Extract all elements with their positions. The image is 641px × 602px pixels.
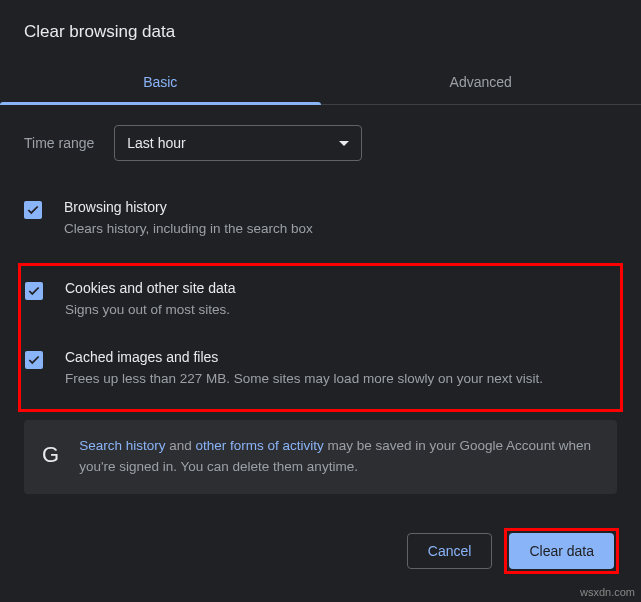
option-desc: Frees up less than 227 MB. Some sites ma… xyxy=(65,369,616,389)
dialog-title: Clear browsing data xyxy=(0,0,641,60)
time-range-value: Last hour xyxy=(127,135,185,151)
dialog-buttons: Cancel Clear data xyxy=(407,528,619,574)
checkbox-browsing-history[interactable] xyxy=(24,201,42,219)
time-range-label: Time range xyxy=(24,135,94,151)
option-text: Cached images and files Frees up less th… xyxy=(65,349,616,389)
option-title: Cookies and other site data xyxy=(65,280,616,296)
tab-basic[interactable]: Basic xyxy=(0,60,321,104)
option-desc: Signs you out of most sites. xyxy=(65,300,616,320)
info-text-part: and xyxy=(165,438,195,453)
checkbox-cache[interactable] xyxy=(25,351,43,369)
option-text: Browsing history Clears history, includi… xyxy=(64,199,617,239)
tab-advanced[interactable]: Advanced xyxy=(321,60,642,104)
annotation-highlight-primary: Clear data xyxy=(504,528,619,574)
tabs: Basic Advanced xyxy=(0,60,641,105)
chevron-down-icon xyxy=(339,141,349,146)
annotation-highlight-box: Cookies and other site data Signs you ou… xyxy=(18,263,623,412)
cancel-button[interactable]: Cancel xyxy=(407,533,493,569)
option-title: Cached images and files xyxy=(65,349,616,365)
checkbox-cookies[interactable] xyxy=(25,282,43,300)
option-cache: Cached images and files Frees up less th… xyxy=(25,339,616,407)
option-desc: Clears history, including in the search … xyxy=(64,219,617,239)
clear-data-button[interactable]: Clear data xyxy=(509,533,614,569)
option-title: Browsing history xyxy=(64,199,617,215)
watermark: wsxdn.com xyxy=(580,586,635,598)
option-text: Cookies and other site data Signs you ou… xyxy=(65,280,616,320)
check-icon xyxy=(27,353,41,367)
option-cookies: Cookies and other site data Signs you ou… xyxy=(25,270,616,338)
link-search-history[interactable]: Search history xyxy=(79,438,165,453)
info-banner: G Search history and other forms of acti… xyxy=(24,420,617,494)
dialog-content: Time range Last hour Browsing history Cl… xyxy=(0,105,641,494)
info-text: Search history and other forms of activi… xyxy=(79,436,599,478)
check-icon xyxy=(26,203,40,217)
time-range-row: Time range Last hour xyxy=(24,125,617,161)
google-logo-icon: G xyxy=(42,442,59,468)
option-browsing-history: Browsing history Clears history, includi… xyxy=(24,189,617,257)
link-other-activity[interactable]: other forms of activity xyxy=(195,438,323,453)
time-range-select[interactable]: Last hour xyxy=(114,125,362,161)
check-icon xyxy=(27,284,41,298)
